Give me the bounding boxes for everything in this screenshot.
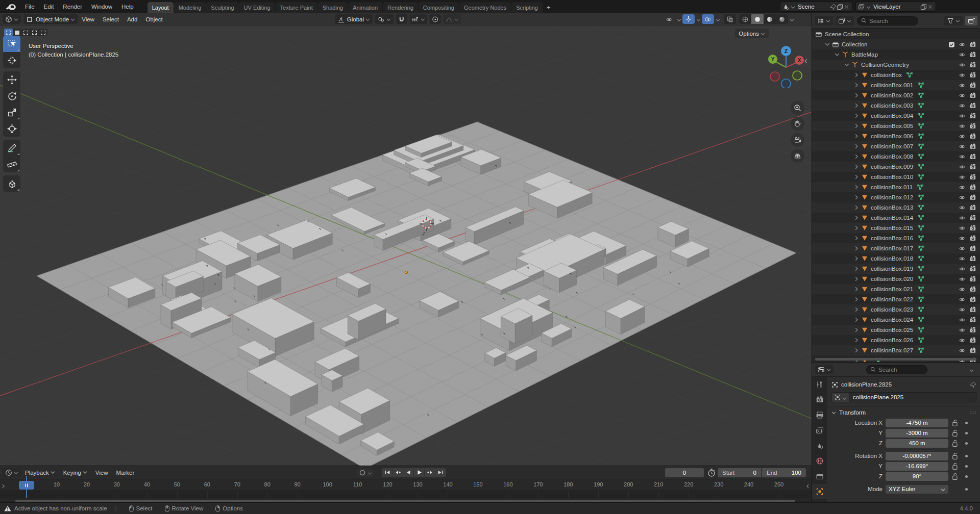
chevron-right-icon[interactable] bbox=[854, 236, 859, 241]
select-mode-tweak-button[interactable] bbox=[4, 29, 13, 36]
chevron-down-icon[interactable] bbox=[716, 17, 720, 21]
outliner-row-collisionbox-001[interactable]: collisionBox.001 bbox=[812, 80, 980, 90]
hide-in-viewport-toggle[interactable] bbox=[959, 51, 966, 58]
gizmos-toggle[interactable] bbox=[682, 14, 695, 24]
menu-file[interactable]: File bbox=[20, 0, 39, 13]
timeline-menu-keying[interactable]: Keying bbox=[59, 470, 91, 476]
properties-tab-output[interactable] bbox=[812, 407, 827, 423]
timeline-menu-view[interactable]: View bbox=[91, 470, 112, 476]
chevron-right-icon[interactable] bbox=[854, 103, 859, 108]
animate-dot[interactable] bbox=[965, 465, 968, 468]
disable-in-renders-toggle[interactable] bbox=[969, 306, 976, 313]
editor-type-button[interactable] bbox=[3, 14, 21, 24]
outliner-row-collisionbox-004[interactable]: collisionBox.004 bbox=[812, 111, 980, 121]
disable-in-renders-toggle[interactable] bbox=[969, 326, 976, 333]
outliner-row-collisionbox-007[interactable]: collisionBox.007 bbox=[812, 141, 980, 151]
animate-dot[interactable] bbox=[965, 442, 968, 445]
disable-in-renders-toggle[interactable] bbox=[969, 51, 976, 58]
next-keyframe-button[interactable] bbox=[425, 468, 435, 477]
location-z-field[interactable]: 450 m bbox=[886, 439, 948, 448]
outliner-row-collection[interactable]: Collection bbox=[812, 39, 980, 49]
playhead-line[interactable] bbox=[26, 476, 27, 498]
chevron-right-icon[interactable] bbox=[854, 317, 859, 322]
record-icon[interactable] bbox=[359, 469, 366, 476]
falloff-selector[interactable] bbox=[444, 14, 461, 24]
properties-editor-type-button[interactable] bbox=[815, 365, 834, 374]
tab-modeling[interactable]: Modeling bbox=[174, 2, 206, 13]
outliner-row-collisionbox[interactable]: collisionBox bbox=[812, 70, 980, 80]
tool-measure-button[interactable] bbox=[3, 156, 20, 172]
tool-add-cube-button[interactable] bbox=[3, 175, 20, 192]
disable-in-renders-toggle[interactable] bbox=[969, 133, 976, 140]
hide-in-viewport-toggle[interactable] bbox=[959, 316, 966, 323]
pin-icon[interactable] bbox=[830, 4, 837, 10]
tab-animation[interactable]: Animation bbox=[348, 2, 382, 13]
viewport-menu-add[interactable]: Add bbox=[123, 16, 141, 22]
disable-in-renders-toggle[interactable] bbox=[969, 184, 976, 191]
transform-panel-header[interactable]: Transform bbox=[827, 406, 980, 418]
hide-in-viewport-toggle[interactable] bbox=[959, 184, 966, 191]
disable-in-renders-toggle[interactable] bbox=[969, 153, 976, 160]
current-frame-field[interactable]: 0 bbox=[665, 468, 704, 477]
select-mode-intersect-button[interactable] bbox=[39, 29, 47, 36]
disable-in-renders-toggle[interactable] bbox=[969, 173, 976, 181]
outliner-filter-button[interactable] bbox=[944, 16, 963, 25]
panel-grip-icon[interactable] bbox=[970, 409, 976, 416]
chevron-down-icon[interactable] bbox=[368, 470, 372, 475]
chevron-down-icon[interactable] bbox=[677, 17, 681, 21]
shading-wireframe-button[interactable] bbox=[739, 14, 751, 24]
chevron-right-icon[interactable] bbox=[854, 134, 859, 139]
snap-with-selector[interactable] bbox=[410, 14, 427, 24]
close-icon[interactable] bbox=[843, 4, 850, 10]
gizmo-axis-y[interactable]: Y bbox=[771, 57, 775, 62]
jump-to-start-button[interactable] bbox=[382, 468, 393, 477]
disable-in-renders-toggle[interactable] bbox=[969, 286, 976, 293]
outliner-row-collisionbox-020[interactable]: collisionBox.020 bbox=[812, 274, 980, 284]
pin-icon[interactable] bbox=[970, 381, 976, 388]
outliner-row-collisionbox-022[interactable]: collisionBox.022 bbox=[812, 294, 980, 304]
chevron-right-icon[interactable] bbox=[854, 154, 859, 159]
disable-in-renders-toggle[interactable] bbox=[969, 41, 976, 48]
lock-icon[interactable] bbox=[952, 473, 959, 480]
chevron-right-icon[interactable] bbox=[854, 205, 859, 210]
hide-in-viewport-toggle[interactable] bbox=[959, 143, 966, 150]
animate-dot[interactable] bbox=[965, 422, 968, 424]
outliner-row-collisionbox-023[interactable]: collisionBox.023 bbox=[812, 304, 980, 315]
viewport-menu-view[interactable]: View bbox=[78, 16, 99, 22]
rotation-z-field[interactable]: 90° bbox=[886, 472, 948, 481]
disable-in-renders-toggle[interactable] bbox=[969, 71, 976, 79]
tool-scale-button[interactable] bbox=[3, 104, 20, 120]
hide-in-viewport-toggle[interactable] bbox=[959, 112, 966, 119]
tab-geometry-nodes[interactable]: Geometry Nodes bbox=[459, 2, 511, 13]
copy-icon[interactable] bbox=[837, 4, 843, 10]
disable-in-renders-toggle[interactable] bbox=[969, 194, 976, 201]
outliner-row-collisionbox-008[interactable]: collisionBox.008 bbox=[812, 151, 980, 162]
animate-dot[interactable] bbox=[965, 475, 968, 478]
viewlayer-selector[interactable]: ViewLayer bbox=[855, 2, 936, 12]
gizmo-axis-x[interactable]: X bbox=[798, 58, 801, 63]
properties-tab-collection[interactable] bbox=[812, 469, 827, 484]
hide-in-viewport-toggle[interactable] bbox=[959, 163, 966, 170]
hide-in-viewport-toggle[interactable] bbox=[959, 153, 966, 160]
disable-in-renders-toggle[interactable] bbox=[969, 214, 976, 221]
menu-edit[interactable]: Edit bbox=[39, 0, 59, 13]
disable-in-renders-toggle[interactable] bbox=[969, 204, 976, 211]
select-mode-extend-button[interactable] bbox=[21, 29, 30, 36]
menu-window[interactable]: Window bbox=[87, 0, 117, 13]
disable-in-renders-toggle[interactable] bbox=[969, 265, 976, 272]
chevron-right-icon[interactable] bbox=[854, 144, 859, 149]
disable-in-renders-toggle[interactable] bbox=[969, 296, 976, 303]
chevron-down-icon[interactable] bbox=[835, 52, 840, 57]
mode-selector[interactable]: Object Mode bbox=[23, 14, 78, 24]
outliner-row-collisionbox-017[interactable]: collisionBox.017 bbox=[812, 243, 980, 253]
chevron-right-icon[interactable] bbox=[854, 307, 859, 312]
outliner-row-collisionbox-019[interactable]: collisionBox.019 bbox=[812, 264, 980, 274]
proportional-editing-toggle[interactable] bbox=[430, 14, 441, 24]
hide-in-viewport-toggle[interactable] bbox=[959, 194, 966, 201]
chevron-right-icon[interactable] bbox=[854, 174, 859, 179]
disable-in-renders-toggle[interactable] bbox=[969, 347, 976, 354]
properties-tab-view-layer[interactable] bbox=[812, 423, 827, 438]
tool-annotate-button[interactable] bbox=[3, 140, 20, 156]
shading-solid-button[interactable] bbox=[751, 14, 764, 24]
disable-in-renders-toggle[interactable] bbox=[969, 82, 976, 89]
